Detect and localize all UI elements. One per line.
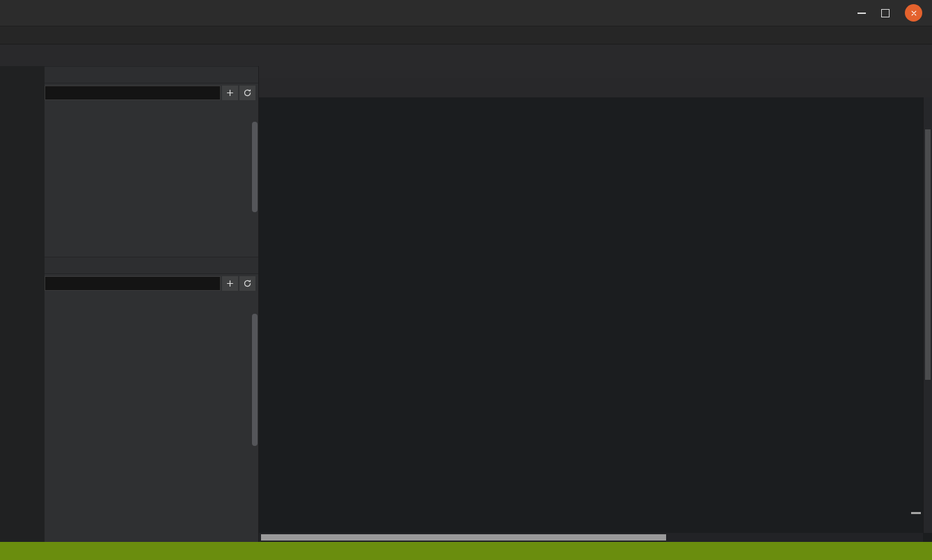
left-panel: [45, 66, 259, 542]
title-bar: [0, 0, 932, 26]
grid-vertical-scrollbar[interactable]: [923, 97, 932, 533]
connections-scrollbar[interactable]: [252, 122, 258, 212]
close-button[interactable]: [905, 4, 922, 22]
connections-search-input[interactable]: [45, 86, 221, 100]
connections-search-row: [45, 83, 258, 102]
minimize-button[interactable]: [858, 13, 866, 14]
tables-scrollbar[interactable]: [252, 314, 258, 446]
scrollbar-thumb[interactable]: [925, 129, 931, 380]
tables-panel-header: [45, 257, 258, 274]
toolbar: [0, 45, 932, 66]
add-table-plus-button[interactable]: [222, 276, 238, 291]
status-bar: [0, 542, 932, 560]
refresh-tables-button[interactable]: [239, 276, 255, 291]
minimize-icon: [858, 13, 866, 14]
left-icon-bar: [0, 66, 45, 542]
plus-icon: [226, 279, 235, 288]
tables-list: [45, 293, 258, 542]
maximize-button[interactable]: [881, 9, 890, 17]
refresh-connections-button[interactable]: [239, 86, 255, 100]
tables-search-input[interactable]: [45, 276, 221, 291]
refresh-icon: [243, 279, 252, 288]
data-grid: [259, 97, 932, 542]
close-icon: [910, 9, 918, 17]
table-tab-strip: [259, 78, 932, 97]
menu-bar: [0, 26, 932, 45]
database-tab-strip: [259, 66, 932, 78]
grid-horizontal-scrollbar[interactable]: [259, 533, 923, 542]
connections-list: [45, 102, 258, 257]
add-connection-plus-button[interactable]: [222, 86, 238, 100]
plus-icon: [226, 88, 235, 97]
maximize-icon: [881, 9, 890, 17]
connections-panel-header: [45, 66, 258, 83]
refresh-icon: [243, 88, 252, 97]
content-area: [259, 66, 932, 542]
scrollbar-thumb[interactable]: [261, 534, 666, 541]
selection-stats-overlay: [911, 512, 921, 514]
tables-search-row: [45, 274, 258, 293]
